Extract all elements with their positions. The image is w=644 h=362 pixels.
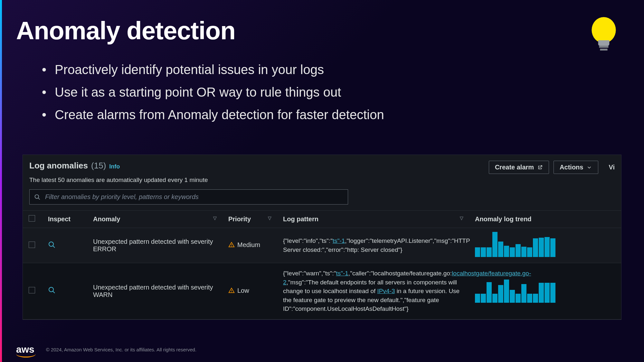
anomalies-table: Inspect Anomaly▽ Priority▽ Log pattern▽ … <box>23 210 621 319</box>
row-checkbox[interactable] <box>29 287 35 293</box>
anomaly-cell: Unexpected pattern detected with severit… <box>87 263 223 319</box>
inspect-button[interactable] <box>48 288 56 295</box>
copyright: © 2024, Amazon Web Services, Inc. or its… <box>46 347 196 352</box>
svg-rect-1 <box>599 46 609 48</box>
panel-count: (15) <box>91 161 106 171</box>
col-inspect[interactable]: Inspect <box>42 211 87 228</box>
col-trend[interactable]: Anomaly log trend <box>469 211 621 228</box>
select-all-checkbox[interactable] <box>29 215 35 222</box>
create-alarm-button[interactable]: Create alarm <box>489 161 549 174</box>
svg-point-5 <box>49 242 53 246</box>
view-button[interactable]: Vi <box>603 161 615 174</box>
svg-point-12 <box>231 291 232 292</box>
inspect-button[interactable] <box>48 243 56 250</box>
col-priority[interactable]: Priority▽ <box>223 211 277 228</box>
bullet-item: Proactively identify potential issues in… <box>42 58 628 81</box>
button-label: Actions <box>560 164 583 171</box>
log-pattern: {"level":"info","ts":"ts"-1,"logger":"te… <box>283 236 463 254</box>
search-input[interactable] <box>44 193 343 201</box>
svg-point-9 <box>49 287 53 292</box>
col-log-pattern[interactable]: Log pattern▽ <box>277 211 469 228</box>
actions-button[interactable]: Actions <box>554 161 598 174</box>
svg-line-6 <box>53 246 55 248</box>
anomaly-cell: Unexpected pattern detected with severit… <box>87 228 223 263</box>
warning-icon <box>228 242 235 248</box>
slide-title: Anomaly detection <box>16 16 628 45</box>
search-input-wrap[interactable] <box>29 189 348 205</box>
aws-logo: aws <box>16 344 34 355</box>
svg-rect-2 <box>600 49 607 51</box>
svg-line-4 <box>38 198 40 199</box>
accent-edge <box>0 0 2 362</box>
priority-badge: Low <box>228 287 249 294</box>
log-anomalies-panel: Log anomalies (15) Info Create alarm Act… <box>23 155 621 320</box>
svg-point-8 <box>231 246 232 247</box>
sort-icon: ▽ <box>268 215 271 221</box>
log-link[interactable]: IPv4-3 <box>377 288 395 294</box>
trend-sparkline <box>475 234 615 257</box>
svg-point-3 <box>35 195 39 198</box>
priority-badge: Medium <box>228 241 260 249</box>
row-checkbox[interactable] <box>29 242 35 248</box>
warning-icon <box>228 287 235 294</box>
bullet-item: Use it as a starting point OR way to rul… <box>42 81 628 103</box>
trend-sparkline <box>475 280 615 303</box>
sort-icon: ▽ <box>213 215 217 221</box>
table-row: Unexpected pattern detected with severit… <box>23 263 621 319</box>
external-link-icon <box>537 165 543 170</box>
button-label: Vi <box>609 164 615 171</box>
sort-icon: ▽ <box>460 215 463 221</box>
lightbulb-icon <box>589 16 618 58</box>
col-anomaly[interactable]: Anomaly▽ <box>87 211 223 228</box>
bullet-list: Proactively identify potential issues in… <box>42 58 628 126</box>
svg-line-10 <box>53 291 55 293</box>
button-label: Create alarm <box>495 164 534 171</box>
search-icon <box>34 194 41 200</box>
chevron-down-icon <box>586 165 592 170</box>
svg-point-0 <box>592 17 616 43</box>
log-link[interactable]: ts"-1 <box>336 270 348 277</box>
log-link[interactable]: ts"-1 <box>333 237 345 244</box>
panel-subtitle: The latest 50 anomalies are automaticall… <box>23 176 621 189</box>
panel-title: Log anomalies <box>29 161 88 171</box>
info-link[interactable]: Info <box>109 163 120 170</box>
table-row: Unexpected pattern detected with severit… <box>23 228 621 263</box>
bullet-item: Create alarms from Anomaly detection for… <box>42 103 628 126</box>
log-pattern: {"level":"warn","ts":"ts"-1,"caller":"lo… <box>283 269 463 313</box>
